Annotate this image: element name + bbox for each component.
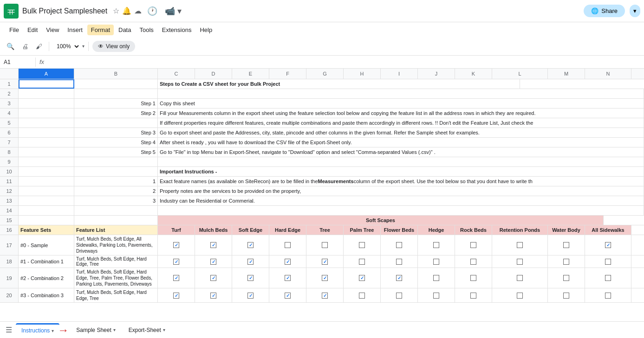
cell-a13[interactable] xyxy=(19,196,74,205)
cell-b18[interactable]: Turf, Mulch Beds, Soft Edge, Hard Edge, … xyxy=(74,255,158,268)
cell-e20[interactable] xyxy=(232,288,269,302)
cell-i20[interactable] xyxy=(381,288,418,302)
cell-b16[interactable]: Feature List xyxy=(74,225,158,235)
cell-b15[interactable] xyxy=(74,216,158,225)
cell-a18[interactable]: #1 - Combination 1 xyxy=(19,255,74,268)
cell-a14[interactable] xyxy=(19,206,74,215)
cell-l18[interactable] xyxy=(492,255,548,268)
cell-c13[interactable]: Industry can be Residential or Commerial… xyxy=(158,196,644,205)
checkbox-h17[interactable] xyxy=(359,242,365,248)
cell-c6[interactable]: Go to export sheet and paste the Address… xyxy=(158,128,644,137)
cell-a17[interactable]: #0 - Sample xyxy=(19,235,74,255)
cell-b6[interactable]: Step 3 xyxy=(74,128,158,137)
cell-h16[interactable]: Palm Tree xyxy=(344,225,381,235)
cell-m18[interactable] xyxy=(548,255,585,268)
cell-c5[interactable]: If different properties require differen… xyxy=(158,118,644,128)
cell-f20[interactable] xyxy=(269,288,306,302)
cell-c7[interactable]: After sheet is ready , you will have to … xyxy=(158,138,644,147)
cloud-icon[interactable]: ☁ xyxy=(134,6,142,15)
cell-d18[interactable] xyxy=(195,255,232,268)
cell-b19[interactable]: Turf, Mulch Beds, Soft Edge, Hard Edge, … xyxy=(74,268,158,288)
cell-l17[interactable] xyxy=(492,235,548,255)
cell-c9[interactable] xyxy=(158,157,644,166)
cell-b3[interactable]: Step 1 xyxy=(74,99,158,108)
cell-c14[interactable] xyxy=(158,206,644,215)
cell-i19[interactable] xyxy=(381,268,418,288)
col-header-l[interactable]: L xyxy=(492,69,548,79)
checkbox-j18[interactable] xyxy=(433,259,439,265)
checkbox-e20[interactable] xyxy=(247,293,254,299)
cell-a6[interactable] xyxy=(19,128,74,137)
col-header-j[interactable]: J xyxy=(418,69,455,79)
cell-n18[interactable] xyxy=(585,255,631,268)
cell-j16[interactable]: Hedge xyxy=(418,225,455,235)
col-header-i[interactable]: I xyxy=(381,69,418,79)
checkbox-c20[interactable] xyxy=(173,293,179,299)
cell-b12[interactable]: 2 xyxy=(74,186,158,196)
cell-e16[interactable]: Soft Edge xyxy=(232,225,269,235)
checkbox-m19[interactable] xyxy=(563,275,569,281)
checkbox-d18[interactable] xyxy=(210,259,216,265)
cell-d17[interactable] xyxy=(195,235,232,255)
col-header-d[interactable]: D xyxy=(195,69,232,79)
checkbox-h19[interactable] xyxy=(359,275,365,281)
cell-j20[interactable] xyxy=(418,288,455,302)
menu-view[interactable]: View xyxy=(42,25,63,35)
checkbox-k17[interactable] xyxy=(470,242,476,248)
cell-c1[interactable]: Steps to Create a CSV sheet for your Bul… xyxy=(158,79,520,89)
checkbox-d19[interactable] xyxy=(210,275,216,281)
menu-tools[interactable]: Tools xyxy=(136,25,157,35)
checkbox-k18[interactable] xyxy=(470,259,476,265)
checkbox-f18[interactable] xyxy=(285,259,291,265)
cell-j18[interactable] xyxy=(418,255,455,268)
cell-g17[interactable] xyxy=(306,235,344,255)
checkbox-e18[interactable] xyxy=(247,259,254,265)
cell-a19[interactable]: #2 - Combination 2 xyxy=(19,268,74,288)
cell-a20[interactable]: #3 - Combination 3 xyxy=(19,288,74,302)
cell-a3[interactable] xyxy=(19,99,74,108)
cell-a2[interactable] xyxy=(19,89,74,98)
cell-a7[interactable] xyxy=(19,138,74,147)
cell-c19[interactable] xyxy=(158,268,195,288)
col-header-f[interactable]: F xyxy=(269,69,306,79)
checkbox-d20[interactable] xyxy=(210,293,216,299)
cell-j19[interactable] xyxy=(418,268,455,288)
cell-h20[interactable] xyxy=(344,288,381,302)
cell-f17[interactable] xyxy=(269,235,306,255)
share-button[interactable]: 🌐 Share xyxy=(584,5,625,17)
cell-m19[interactable] xyxy=(548,268,585,288)
checkbox-j20[interactable] xyxy=(433,293,439,299)
cell-e17[interactable] xyxy=(232,235,269,255)
cell-b5[interactable] xyxy=(74,118,158,128)
cell-f16[interactable]: Hard Edge xyxy=(269,225,306,235)
checkbox-j17[interactable] xyxy=(433,242,439,248)
checkbox-l19[interactable] xyxy=(517,275,523,281)
cell-a8[interactable] xyxy=(19,147,74,157)
checkbox-g17[interactable] xyxy=(322,242,328,248)
checkbox-n20[interactable] xyxy=(605,293,611,299)
checkbox-n19[interactable] xyxy=(605,275,611,281)
checkbox-i18[interactable] xyxy=(396,259,402,265)
cell-h18[interactable] xyxy=(344,255,381,268)
checkbox-h20[interactable] xyxy=(359,293,365,299)
checkbox-m18[interactable] xyxy=(563,259,569,265)
cell-d19[interactable] xyxy=(195,268,232,288)
menu-file[interactable]: File xyxy=(6,25,23,35)
cell-m16[interactable]: Water Body xyxy=(548,225,585,235)
col-header-c[interactable]: C xyxy=(158,69,195,79)
cell-k20[interactable] xyxy=(455,288,492,302)
checkbox-f19[interactable] xyxy=(285,275,291,281)
cell-a11[interactable] xyxy=(19,177,74,186)
checkbox-g18[interactable] xyxy=(322,259,328,265)
history-button[interactable]: 🕐 xyxy=(145,4,159,18)
menu-edit[interactable]: Edit xyxy=(24,25,41,35)
col-header-g[interactable]: G xyxy=(306,69,344,79)
cell-i17[interactable] xyxy=(381,235,418,255)
cell-c3[interactable]: Copy this sheet xyxy=(158,99,644,108)
checkbox-g19[interactable] xyxy=(322,275,328,281)
checkbox-i17[interactable] xyxy=(396,242,402,248)
cell-c2[interactable] xyxy=(158,89,644,98)
cell-c18[interactable] xyxy=(158,255,195,268)
checkbox-f20[interactable] xyxy=(285,293,291,299)
checkbox-h18[interactable] xyxy=(359,259,365,265)
